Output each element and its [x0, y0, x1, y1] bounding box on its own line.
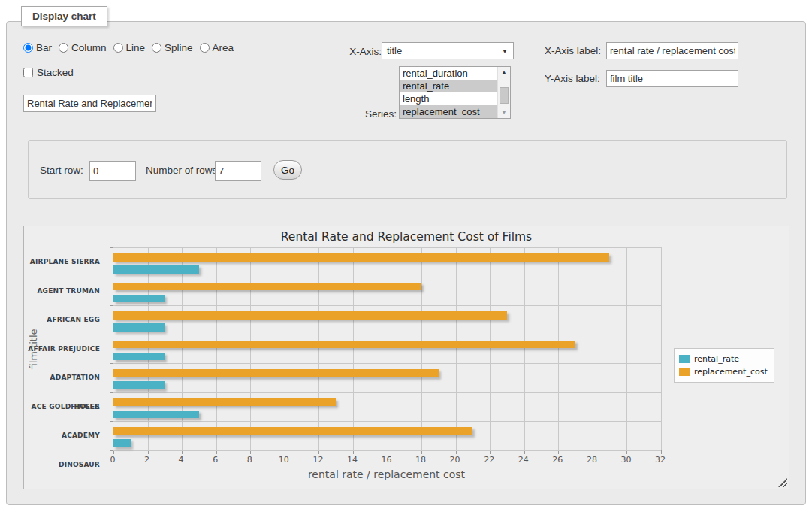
display-chart-panel: BarColumnLineSplineArea Stacked X-Axis: …	[6, 21, 806, 505]
chart-legend: rental_ratereplacement_cost	[674, 348, 774, 383]
gridline-vertical	[182, 247, 183, 450]
gridline-vertical	[626, 247, 627, 450]
bar-replacement_cost	[113, 427, 472, 435]
x-axis-label-input[interactable]	[606, 42, 738, 59]
gridline-horizontal	[113, 335, 661, 335]
gridline-vertical	[421, 247, 422, 450]
x-axis-select[interactable]: title ▼	[382, 42, 514, 59]
series-option-length[interactable]: length	[400, 92, 497, 105]
x-tick-label: 8	[236, 455, 263, 465]
scrollbar-thumb[interactable]	[500, 87, 509, 104]
radio-label: Column	[71, 42, 107, 53]
series-option-replacement_cost[interactable]: replacement_cost	[400, 105, 497, 118]
gridline-vertical	[558, 247, 559, 450]
stacked-checkbox[interactable]	[23, 68, 33, 77]
x-axis-selected-value: title	[387, 45, 402, 56]
y-tick-mark	[110, 450, 113, 451]
x-tick-label: 32	[647, 455, 674, 465]
x-tick-label: 20	[442, 455, 469, 465]
x-tick-label: 24	[510, 455, 537, 465]
series-listbox-scrollbar[interactable]: ▲ ▼	[497, 67, 510, 118]
gridline-vertical	[524, 247, 525, 450]
y-tick-mark	[110, 247, 113, 248]
gridline-vertical	[456, 247, 457, 450]
radio-area[interactable]	[200, 43, 210, 53]
gridline-vertical	[593, 247, 593, 450]
chart-type-radio-spline[interactable]: Spline	[152, 42, 193, 53]
bar-rental_rate	[113, 353, 165, 361]
series-listbox[interactable]: rental_durationrental_ratelengthreplacem…	[399, 66, 511, 119]
series-listbox-label: Series:	[347, 108, 397, 120]
radio-line[interactable]	[113, 43, 123, 53]
gridline-horizontal	[113, 305, 661, 306]
x-tick-mark	[661, 450, 662, 454]
gridline-vertical	[250, 247, 251, 450]
series-option-rental_duration[interactable]: rental_duration	[400, 67, 497, 80]
radio-bar[interactable]	[23, 43, 33, 53]
gridline-horizontal	[113, 421, 661, 422]
go-button[interactable]: Go	[273, 160, 302, 180]
bar-rental_rate	[113, 295, 165, 303]
bar-rental_rate	[113, 323, 165, 332]
chart-type-radio-area[interactable]: Area	[200, 42, 234, 53]
panel-legend-tab: Display chart	[21, 6, 107, 26]
bar-rental_rate	[113, 265, 199, 274]
start-row-input[interactable]	[89, 161, 136, 181]
resize-handle-icon[interactable]	[778, 478, 787, 487]
num-rows-label: Number of rows:	[146, 165, 220, 176]
category-label: AIRPLANE SIERRA	[24, 247, 107, 277]
y-tick-mark	[110, 392, 113, 393]
chart-type-radio-group: BarColumnLineSplineArea	[23, 42, 234, 53]
bar-replacement_cost	[113, 283, 421, 291]
series-options: rental_durationrental_ratelengthreplacem…	[400, 67, 497, 118]
radio-label: Line	[126, 42, 146, 53]
y-tick-mark	[110, 277, 113, 277]
legend-row: replacement_cost	[679, 365, 768, 378]
series-option-rental_rate[interactable]: rental_rate	[400, 80, 497, 92]
x-tick-label: 30	[612, 455, 639, 465]
chart-type-radio-column[interactable]: Column	[59, 42, 107, 53]
category-label: ACADEMY DINOSAUR	[24, 421, 107, 450]
y-tick-mark	[110, 335, 113, 335]
radio-label: Spline	[165, 42, 193, 53]
start-row-label: Start row:	[40, 165, 83, 176]
x-tick-label: 2	[134, 455, 161, 465]
radio-column[interactable]	[59, 43, 68, 53]
x-tick-label: 16	[373, 455, 400, 465]
radio-label: Area	[213, 42, 234, 53]
bar-rental_rate	[113, 411, 199, 419]
gridline-horizontal	[113, 363, 661, 364]
x-tick-label: 28	[578, 455, 605, 465]
chart-title-input[interactable]	[23, 95, 156, 112]
gridline-vertical	[148, 247, 149, 450]
gridline-vertical	[661, 247, 662, 450]
gridline-vertical	[490, 247, 491, 450]
chart-type-radio-line[interactable]: Line	[113, 42, 146, 53]
bar-rental_rate	[113, 381, 165, 389]
x-tick-label: 10	[270, 455, 297, 465]
select-dropdown-arrow-icon: ▼	[502, 48, 508, 55]
bar-replacement_cost	[113, 341, 575, 349]
gridline-vertical	[388, 247, 388, 450]
x-axis-label-label: X-Axis label:	[545, 45, 601, 56]
y-axis-label-input[interactable]	[606, 70, 738, 87]
gridline-vertical	[285, 247, 285, 450]
gridline-vertical	[318, 247, 319, 450]
gridline-vertical	[216, 247, 217, 450]
stacked-label: Stacked	[37, 67, 74, 78]
bar-replacement_cost	[113, 369, 439, 377]
chart-type-radio-bar[interactable]: Bar	[23, 42, 52, 53]
x-tick-label: 22	[475, 455, 503, 465]
chart-panel: Rental Rate and Replacement Cost of Film…	[23, 226, 789, 489]
x-tick-label: 14	[339, 455, 366, 465]
legend-row: rental_rate	[679, 353, 768, 365]
x-tick-label: 4	[168, 455, 195, 465]
num-rows-input[interactable]	[215, 161, 261, 181]
x-axis-select-label: X-Axis:	[347, 46, 382, 57]
radio-spline[interactable]	[152, 43, 161, 53]
scroll-up-icon[interactable]: ▲	[498, 67, 510, 77]
stacked-checkbox-row[interactable]: Stacked	[23, 67, 74, 78]
gridline-vertical	[353, 247, 354, 450]
scroll-down-icon[interactable]: ▼	[498, 108, 510, 118]
chart-plot-area	[113, 247, 660, 450]
